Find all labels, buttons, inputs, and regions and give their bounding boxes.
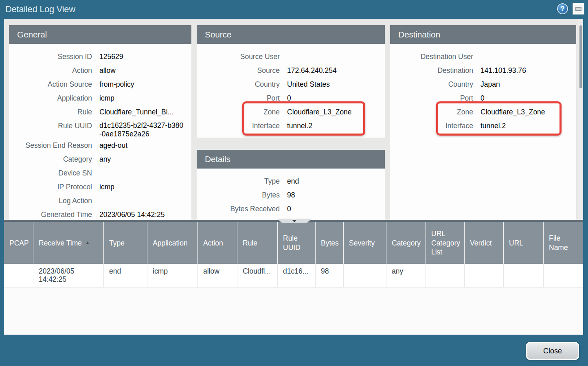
- sort-ascending-icon: ▲: [85, 240, 90, 246]
- field-label: Action: [9, 64, 92, 77]
- field-label: Destination: [390, 64, 473, 77]
- column-header-type[interactable]: Type: [104, 222, 147, 264]
- column-header-rule[interactable]: Rule: [237, 222, 278, 264]
- field-value: icmp: [92, 180, 191, 194]
- column-header-action[interactable]: Action: [198, 222, 237, 264]
- field-label: Zone: [390, 105, 473, 119]
- field-row: Interfacetunnel.2: [197, 119, 385, 133]
- panel-general-title: General: [9, 25, 191, 44]
- field-label: IP Protocol: [9, 180, 92, 194]
- table-row[interactable]: 2023/06/05 14:42:25endicmpallowCloudfl..…: [4, 264, 583, 287]
- splitter-handle[interactable]: [277, 219, 312, 223]
- log-table-region: PCAPReceive Time▲TypeApplicationActionRu…: [4, 220, 583, 335]
- panel-details-title: Details: [197, 150, 385, 169]
- panel-details: Details TypeendBytes98Bytes Received0: [197, 150, 385, 220]
- field-label: Bytes: [197, 188, 280, 202]
- column-header-file-name[interactable]: File Name: [544, 222, 583, 264]
- field-value: allow: [92, 64, 191, 77]
- log-table-header: PCAPReceive Time▲TypeApplicationActionRu…: [4, 222, 583, 264]
- table-cell: [426, 264, 465, 287]
- field-label: Destination User: [390, 50, 473, 64]
- field-label: Port: [390, 91, 473, 105]
- field-value: Cloudflare_L3_Zone: [280, 105, 385, 119]
- vertical-scrollbar-thumb[interactable]: [579, 25, 582, 88]
- field-label: Type: [197, 174, 280, 188]
- field-label: Port: [197, 91, 280, 105]
- titlebar-icons: ?: [557, 3, 584, 14]
- field-row: Bytes98: [197, 188, 385, 202]
- column-header-verdict[interactable]: Verdict: [465, 222, 504, 264]
- field-label: Source: [197, 64, 280, 77]
- field-row: Actionallow: [9, 64, 191, 77]
- panel-general: General Session ID125629ActionallowActio…: [9, 25, 191, 220]
- table-cell: allow: [198, 264, 237, 287]
- field-row: Port0: [197, 91, 385, 105]
- field-value: United States: [280, 77, 385, 91]
- field-label: Rule: [9, 105, 92, 119]
- field-row: RuleCloudflare_Tunnel_Bi...: [9, 105, 191, 119]
- table-cell: [344, 264, 386, 287]
- column-header-receive-time[interactable]: Receive Time▲: [33, 222, 104, 264]
- column-header-pcap[interactable]: PCAP: [4, 222, 33, 264]
- field-label: Interface: [197, 119, 280, 133]
- field-label: Rule UUID: [9, 119, 92, 133]
- column-header-url[interactable]: URL: [504, 222, 544, 264]
- table-cell: d1c16...: [278, 264, 316, 287]
- close-button[interactable]: Close: [526, 342, 579, 360]
- field-value: icmp: [92, 91, 191, 105]
- field-row: Action Sourcefrom-policy: [9, 77, 191, 91]
- table-cell: [4, 264, 33, 287]
- table-cell: 98: [316, 264, 344, 287]
- field-value: 98: [280, 188, 385, 202]
- field-label: Zone: [197, 105, 280, 119]
- column-header-severity[interactable]: Severity: [344, 222, 386, 264]
- field-value: tunnel.2: [280, 119, 385, 133]
- window-restore-icon-inner: [575, 7, 581, 11]
- field-row: Source172.64.240.254: [197, 64, 385, 77]
- field-row: Generated Time2023/06/05 14:42:25: [9, 208, 191, 220]
- column-header-rule-uuid[interactable]: Rule UUID: [278, 222, 316, 264]
- field-value: Cloudflare_Tunnel_Bi...: [92, 105, 191, 119]
- panel-source-body: Source UserSource172.64.240.254CountryUn…: [197, 44, 385, 133]
- field-label: Category: [9, 152, 92, 166]
- field-value: Japan: [473, 77, 576, 91]
- field-value: any: [92, 152, 191, 166]
- panel-destination-title: Destination: [390, 25, 576, 44]
- field-row: ZoneCloudflare_L3_Zone: [390, 105, 576, 119]
- field-value: 172.64.240.254: [280, 64, 385, 77]
- table-cell: [465, 264, 504, 287]
- field-value: 125629: [92, 50, 191, 64]
- field-label: Action Source: [9, 77, 92, 91]
- field-row: IP Protocolicmp: [9, 180, 191, 194]
- field-row: Source User: [197, 50, 385, 64]
- column-header-bytes[interactable]: Bytes: [316, 222, 344, 264]
- field-label: Country: [390, 77, 473, 91]
- table-cell: [544, 264, 583, 287]
- column-header-application[interactable]: Application: [147, 222, 198, 264]
- field-label: Session End Reason: [9, 138, 92, 152]
- field-label: Session ID: [9, 50, 92, 64]
- field-value: 2023/06/05 14:42:25: [92, 208, 191, 220]
- table-cell: icmp: [147, 264, 198, 287]
- field-value: 0: [280, 202, 385, 216]
- panel-general-body: Session ID125629ActionallowAction Source…: [9, 44, 191, 220]
- field-row: Device SN: [9, 166, 191, 180]
- field-value: 141.101.93.76: [473, 64, 576, 77]
- help-icon[interactable]: ?: [557, 3, 568, 14]
- field-value: from-policy: [92, 77, 191, 91]
- chevron-down-icon: [292, 220, 297, 222]
- field-row: CountryJapan: [390, 77, 576, 91]
- field-row: CountryUnited States: [197, 77, 385, 91]
- column-header-category[interactable]: Category: [386, 222, 426, 264]
- field-row: Categoryany: [9, 152, 191, 166]
- field-row: Log Action: [9, 194, 191, 208]
- panel-source-title: Source: [197, 25, 385, 44]
- field-row: Destination User: [390, 50, 576, 64]
- field-row: Port0: [390, 91, 576, 105]
- field-label: Generated Time: [9, 208, 92, 220]
- panel-source: Source Source UserSource172.64.240.254Co…: [197, 25, 385, 138]
- field-row: Destination141.101.93.76: [390, 64, 576, 77]
- column-header-url-category-list[interactable]: URL Category List: [426, 222, 465, 264]
- window-restore-icon[interactable]: [573, 3, 584, 14]
- field-label: Bytes Received: [197, 202, 280, 216]
